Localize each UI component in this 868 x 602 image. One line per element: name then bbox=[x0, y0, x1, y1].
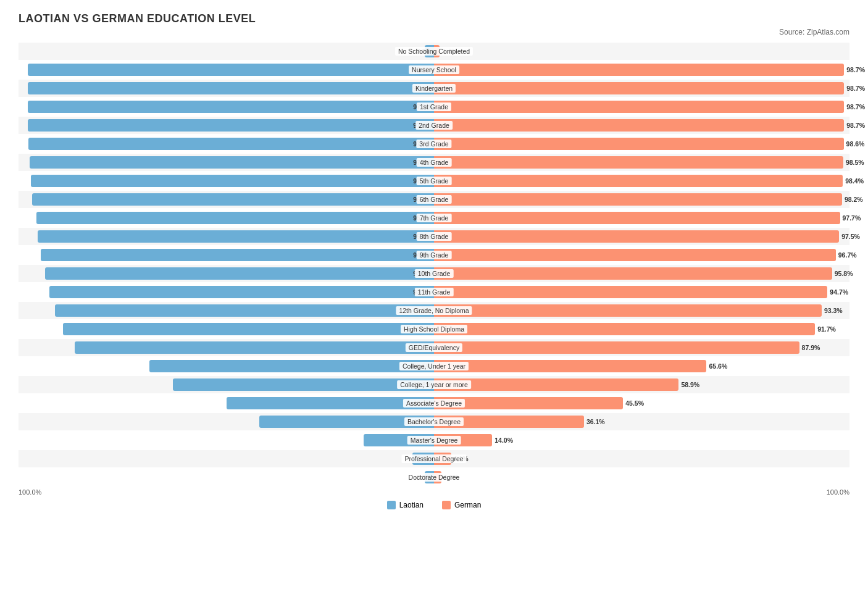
blue-bar bbox=[173, 378, 434, 391]
blue-bar bbox=[63, 323, 434, 335]
right-value: 58.9% bbox=[681, 381, 704, 388]
bar-row: 95.4%8th Grade97.5% bbox=[19, 228, 849, 245]
right-value: 94.7% bbox=[830, 288, 853, 296]
bar-row: 17.0%Master's Degree14.0% bbox=[19, 432, 849, 449]
left-value: 94.6% bbox=[408, 251, 432, 259]
blue-bar bbox=[45, 267, 434, 280]
bar-row: 89.3%High School Diploma91.7% bbox=[19, 320, 849, 338]
pink-bar bbox=[434, 138, 844, 150]
right-value: 93.3% bbox=[824, 307, 848, 314]
bar-row: 97.8%Kindergarten98.7% bbox=[19, 80, 849, 97]
blue-bar bbox=[75, 341, 434, 354]
blue-bar bbox=[49, 286, 434, 298]
blue-bar bbox=[32, 193, 434, 206]
legend-german: German bbox=[442, 501, 481, 509]
blue-bar bbox=[55, 304, 434, 317]
legend-laotian: Laotian bbox=[387, 501, 424, 509]
pink-bar bbox=[434, 249, 836, 261]
bar-row: 92.6%11th Grade94.7% bbox=[19, 283, 849, 301]
left-value: 95.7% bbox=[408, 214, 432, 222]
left-value: 97.1% bbox=[408, 177, 432, 185]
chart-container: 2.2%No Schooling Completed1.4%97.8%Nurse… bbox=[19, 43, 849, 486]
bar-row: 68.5%College, Under 1 year65.6% bbox=[19, 357, 849, 375]
pink-bar bbox=[434, 175, 843, 187]
right-value: 91.7% bbox=[817, 325, 841, 333]
pink-bar bbox=[434, 378, 678, 391]
right-value: 98.6% bbox=[846, 140, 868, 148]
bar-row: 97.1%5th Grade98.4% bbox=[19, 172, 849, 190]
blue-bar bbox=[28, 138, 434, 150]
bar-row: 91.3%12th Grade, No Diploma93.3% bbox=[19, 302, 849, 319]
pink-bar bbox=[434, 434, 492, 446]
blue-bar bbox=[28, 82, 434, 94]
left-value: 5.2% bbox=[408, 455, 432, 462]
left-value: 86.5% bbox=[408, 344, 432, 351]
left-value: 96.8% bbox=[408, 196, 432, 203]
left-value: 97.8% bbox=[408, 103, 432, 111]
left-value: 97.6% bbox=[408, 140, 432, 148]
right-value: 95.8% bbox=[835, 270, 858, 277]
blue-bar bbox=[38, 230, 434, 243]
right-value: 97.7% bbox=[843, 214, 866, 222]
left-value: 68.5% bbox=[408, 362, 432, 370]
pink-bar bbox=[434, 212, 840, 224]
right-value: 4.1% bbox=[454, 455, 477, 462]
bar-row: 97.7%2nd Grade98.7% bbox=[19, 117, 849, 134]
right-value: 96.7% bbox=[838, 251, 862, 259]
pink-bar bbox=[434, 193, 842, 206]
left-value: 93.6% bbox=[408, 270, 432, 277]
left-value: 92.6% bbox=[408, 288, 432, 296]
bar-row: 93.6%10th Grade95.8% bbox=[19, 265, 849, 282]
pink-bar bbox=[434, 323, 815, 335]
blue-bar bbox=[31, 175, 434, 187]
blue-bar bbox=[41, 249, 434, 261]
pink-bar bbox=[434, 267, 832, 280]
blue-bar bbox=[28, 119, 434, 132]
bar-row: 95.7%7th Grade97.7% bbox=[19, 209, 849, 227]
source-label: Source: ZipAtlas.com bbox=[19, 28, 849, 36]
pink-bar bbox=[434, 45, 440, 57]
bar-row: 97.8%Nursery School98.7% bbox=[19, 61, 849, 78]
pink-bar bbox=[434, 453, 451, 465]
right-value: 98.4% bbox=[845, 177, 868, 185]
pink-bar bbox=[434, 119, 844, 132]
right-value: 98.5% bbox=[846, 159, 868, 166]
right-value: 87.9% bbox=[802, 344, 825, 351]
left-value: 2.2% bbox=[408, 48, 432, 55]
blue-bar bbox=[28, 101, 434, 113]
bar-row: 94.6%9th Grade96.7% bbox=[19, 246, 849, 264]
legend-german-label: German bbox=[454, 501, 481, 509]
pink-bar bbox=[434, 416, 584, 428]
right-value: 98.7% bbox=[846, 66, 868, 73]
blue-bar bbox=[227, 397, 434, 409]
pink-bar bbox=[434, 360, 706, 372]
legend-laotian-label: Laotian bbox=[399, 501, 424, 509]
right-value: 97.5% bbox=[841, 233, 865, 240]
left-value: 62.8% bbox=[408, 381, 432, 388]
pink-bar bbox=[434, 341, 799, 354]
right-value: 65.6% bbox=[709, 362, 732, 370]
right-value: 36.1% bbox=[586, 418, 610, 425]
bar-row: 2.2%No Schooling Completed1.4% bbox=[19, 43, 849, 60]
left-value: 91.3% bbox=[408, 307, 432, 314]
pink-bar bbox=[434, 471, 441, 483]
right-value: 98.7% bbox=[846, 103, 868, 111]
right-value: 45.5% bbox=[625, 399, 649, 407]
pink-bar bbox=[434, 64, 844, 76]
left-value: 17.0% bbox=[408, 437, 432, 444]
right-value: 98.7% bbox=[846, 122, 868, 129]
blue-bar bbox=[30, 156, 434, 169]
bottom-labels: 100.0% 100.0% bbox=[19, 488, 849, 496]
right-value: 14.0% bbox=[495, 437, 518, 444]
bar-row: 2.3%Doctorate Degree1.8% bbox=[19, 469, 849, 486]
left-value: 49.9% bbox=[408, 399, 432, 407]
legend-german-box bbox=[442, 501, 451, 509]
bar-row: 97.8%1st Grade98.7% bbox=[19, 98, 849, 115]
pink-bar bbox=[434, 286, 827, 298]
left-value: 2.3% bbox=[408, 474, 432, 481]
right-value: 1.8% bbox=[444, 474, 467, 481]
bar-row: 97.3%4th Grade98.5% bbox=[19, 154, 849, 171]
bar-row: 5.2%Professional Degree4.1% bbox=[19, 450, 849, 467]
left-value: 95.4% bbox=[408, 233, 432, 240]
right-value: 98.7% bbox=[846, 85, 868, 92]
